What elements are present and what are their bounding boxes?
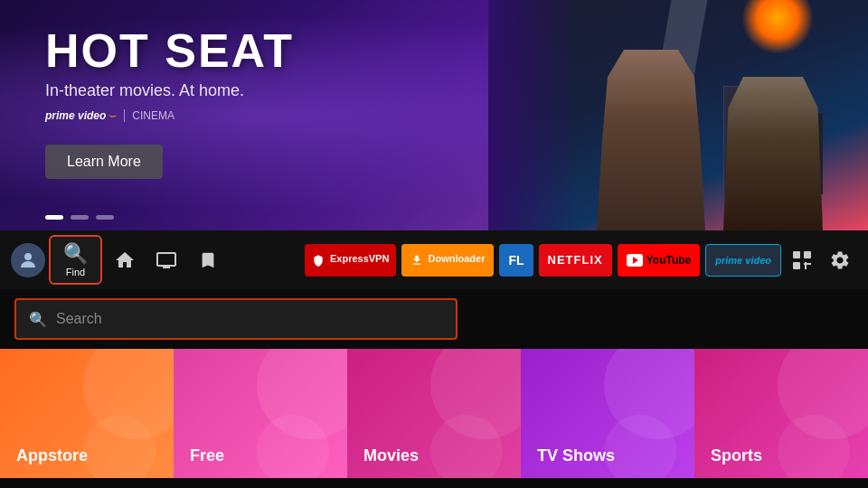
svg-rect-4 bbox=[804, 251, 811, 258]
category-free[interactable]: Free bbox=[174, 349, 347, 478]
category-appstore[interactable]: Appstore bbox=[0, 349, 174, 478]
find-label: Find bbox=[66, 267, 85, 277]
category-tvshows[interactable]: TV Shows bbox=[521, 349, 694, 478]
filelinked-label: FL bbox=[508, 253, 524, 267]
prime-video-logo: prime video ⌣ bbox=[45, 108, 117, 123]
youtube-app[interactable]: YouTube bbox=[618, 244, 701, 277]
svg-rect-3 bbox=[793, 251, 800, 258]
category-movies-label: Movies bbox=[363, 446, 419, 465]
live-tv-button[interactable] bbox=[147, 241, 185, 279]
downloader-label: Downloader bbox=[410, 253, 485, 266]
search-placeholder: Search bbox=[56, 311, 102, 327]
category-appstore-label: Appstore bbox=[16, 446, 88, 465]
settings-button[interactable] bbox=[823, 243, 857, 277]
category-movies[interactable]: Movies bbox=[347, 349, 521, 478]
cinema-label: CINEMA bbox=[124, 109, 175, 122]
home-button[interactable] bbox=[106, 241, 144, 279]
category-free-label: Free bbox=[190, 446, 224, 465]
hero-subtitle: In-theater movies. At home. bbox=[45, 81, 294, 100]
dot-1[interactable] bbox=[45, 215, 63, 220]
app-shortcuts: ExpressVPN Downloader FL NETFLIX bbox=[305, 244, 781, 277]
hero-brand: prime video ⌣ CINEMA bbox=[45, 108, 294, 123]
svg-rect-5 bbox=[793, 262, 800, 269]
category-sports-label: Sports bbox=[711, 446, 762, 465]
hero-image-overlay bbox=[488, 0, 579, 230]
netflix-app[interactable]: NETFLIX bbox=[539, 244, 612, 277]
prime-video-app[interactable]: prime video bbox=[705, 244, 781, 277]
find-button[interactable]: 🔍 Find bbox=[49, 235, 102, 285]
character-1 bbox=[597, 50, 705, 230]
cat-circle2-deco bbox=[430, 415, 503, 478]
cat-circle2-deco bbox=[778, 415, 850, 478]
netflix-label: NETFLIX bbox=[548, 253, 603, 267]
hero-banner: HOT SEAT In-theater movies. At home. pri… bbox=[0, 0, 868, 230]
category-grid: Appstore Free Movies TV Shows Sports bbox=[0, 349, 868, 478]
hero-content: HOT SEAT In-theater movies. At home. pri… bbox=[45, 27, 294, 179]
youtube-play-icon bbox=[627, 254, 643, 267]
search-icon: 🔍 bbox=[63, 242, 88, 266]
dot-3[interactable] bbox=[96, 215, 114, 220]
hero-image bbox=[488, 0, 868, 230]
svg-point-0 bbox=[24, 253, 32, 260]
cat-circle2-deco bbox=[257, 415, 329, 478]
grid-icon bbox=[792, 250, 812, 270]
hero-dots bbox=[45, 215, 114, 220]
cat-circle2-deco bbox=[83, 415, 156, 478]
prime-arrow-icon: ⌣ bbox=[108, 108, 117, 123]
prime-logo-text: prime video bbox=[45, 109, 106, 122]
filelinked-app[interactable]: FL bbox=[499, 244, 533, 277]
dot-2[interactable] bbox=[71, 215, 89, 220]
gear-icon bbox=[829, 249, 851, 271]
all-apps-button[interactable] bbox=[785, 243, 819, 277]
hero-title: HOT SEAT bbox=[45, 27, 294, 74]
search-section: 🔍 Search bbox=[0, 289, 868, 349]
user-avatar[interactable] bbox=[11, 243, 45, 277]
search-icon: 🔍 bbox=[29, 311, 47, 328]
search-box[interactable]: 🔍 Search bbox=[14, 298, 458, 340]
watchlist-button[interactable] bbox=[189, 241, 227, 279]
cat-circle2-deco bbox=[604, 415, 676, 478]
navigation-bar: 🔍 Find ExpressVPN bbox=[0, 230, 868, 289]
category-sports[interactable]: Sports bbox=[694, 349, 868, 478]
expressvpn-app[interactable]: ExpressVPN bbox=[305, 244, 396, 277]
youtube-label: YouTube bbox=[646, 254, 692, 267]
downloader-app[interactable]: Downloader bbox=[401, 244, 494, 277]
expressvpn-label: ExpressVPN bbox=[312, 253, 389, 266]
learn-more-button[interactable]: Learn More bbox=[45, 145, 163, 179]
character-2 bbox=[723, 77, 823, 230]
prime-video-label: prime video bbox=[715, 255, 771, 266]
